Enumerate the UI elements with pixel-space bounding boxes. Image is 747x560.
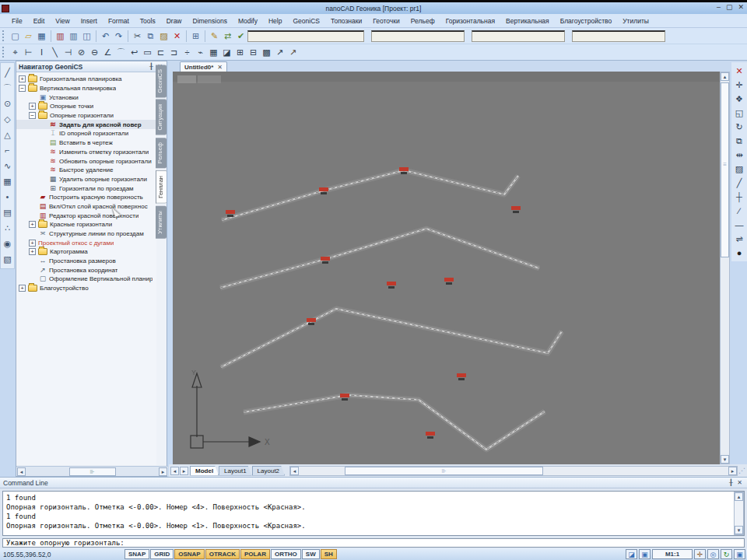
menu-item-11[interactable]: Топознаки <box>325 16 367 26</box>
tree-item-2[interactable]: ▣Установки <box>16 93 156 102</box>
tree-item-7[interactable]: ▤Вставить в чертеж <box>16 138 156 148</box>
menu-item-17[interactable]: Утилиты <box>617 16 654 26</box>
leader-button[interactable]: ↗ <box>273 46 286 59</box>
draw-spline-button[interactable]: ∿ <box>2 158 14 173</box>
tree-item-10[interactable]: ≋Быстрое удаление <box>16 166 156 175</box>
tree-item-17[interactable]: ≍Структурные линии по проездам <box>16 229 156 239</box>
tree-item-5[interactable]: ≋Задать для красной повер <box>16 120 156 129</box>
tree-item-3[interactable]: +Опорные точки <box>16 102 156 111</box>
menu-item-16[interactable]: Благоустройство <box>555 16 618 26</box>
menu-item-1[interactable]: Edit <box>28 16 51 26</box>
tree-item-4[interactable]: −Опорные горизонтали <box>16 111 156 121</box>
scroll-thumb[interactable] <box>721 82 729 257</box>
draw-points-button[interactable]: ∴ <box>2 220 14 236</box>
dim-arc-button[interactable]: ⌒ <box>114 46 128 59</box>
draw-polyline-button[interactable]: ⌐ <box>2 142 14 158</box>
new-file-button[interactable]: ▢ <box>9 30 22 43</box>
dim-radius-button[interactable]: ⊖ <box>88 46 101 59</box>
layout-tab-layout1[interactable]: Layout1 <box>219 466 251 476</box>
layout-prev-icon[interactable]: ◂ <box>170 467 179 475</box>
redo-button[interactable]: ↷ <box>112 30 125 43</box>
close-button[interactable]: ✕ <box>738 3 744 11</box>
tree-item-11[interactable]: ▦Удалить опорные горизонтали <box>16 175 156 184</box>
scroll-thumb[interactable]: ⊪ <box>69 467 116 476</box>
toggle-snap[interactable]: SNAP <box>124 549 149 559</box>
menu-item-4[interactable]: Format <box>103 16 135 26</box>
close-icon[interactable]: ✕ <box>735 479 744 486</box>
dim-box-button[interactable]: ▭ <box>141 46 154 59</box>
rotate-button[interactable]: ↻ <box>733 120 746 134</box>
document-tab[interactable]: Untitled0* ✕ <box>180 61 227 72</box>
model-space-button[interactable]: ◪ <box>626 549 637 559</box>
toggle-sw[interactable]: SW <box>302 549 320 559</box>
paper-space-button[interactable]: ▣ <box>639 549 651 559</box>
draw-region-button[interactable]: ▧ <box>2 251 14 267</box>
minimize-button[interactable]: – <box>717 3 721 11</box>
scroll-down-icon[interactable]: ▾ <box>735 526 743 534</box>
copy-button[interactable]: ⧉ <box>144 30 157 43</box>
paste-button[interactable]: ▨ <box>157 30 170 43</box>
properties-button[interactable]: ⊞ <box>189 30 202 43</box>
close-drawing-button[interactable]: ✕ <box>733 64 746 78</box>
menu-item-14[interactable]: Горизонтальная <box>440 16 500 26</box>
trim-button[interactable]: — <box>733 218 746 232</box>
navigator-hscrollbar[interactable]: ◂ ⊪ ▸ <box>16 466 168 476</box>
offset-button[interactable]: ∕ <box>733 204 746 218</box>
expander-icon[interactable]: + <box>19 285 26 292</box>
dim-chain-button[interactable]: ⊏ <box>154 46 167 59</box>
table-edit-button[interactable]: ◪ <box>220 46 233 59</box>
menu-item-12[interactable]: Геоточки <box>367 16 405 26</box>
menu-item-0[interactable]: File <box>6 16 28 26</box>
zoom-status-button[interactable]: ◎ <box>707 549 719 559</box>
scroll-thumb[interactable]: ⊪ <box>345 467 543 475</box>
menu-item-15[interactable]: Вертикальная <box>500 16 555 26</box>
grid-insert-button[interactable]: ⊞ <box>233 46 247 59</box>
expander-icon[interactable]: − <box>19 85 26 92</box>
color-combo[interactable] <box>371 30 465 42</box>
scroll-right-icon[interactable]: ▸ <box>728 467 737 475</box>
tree-item-14[interactable]: ▤Вкл/Откл слой красной поверхнос <box>16 202 156 212</box>
pan-button[interactable]: ❖ <box>733 92 746 106</box>
command-vscrollbar[interactable]: ▴ ▾ <box>734 492 744 535</box>
delete-button[interactable]: ✕ <box>170 30 184 43</box>
scroll-left-icon[interactable]: ◂ <box>290 467 299 475</box>
draw-rhombus-button[interactable]: ◇ <box>2 111 14 127</box>
toggle-osnap[interactable]: OSNAP <box>174 549 204 559</box>
plot-style-button[interactable]: ▥ <box>54 30 67 43</box>
dim-break-button[interactable]: ⌁ <box>194 46 207 59</box>
menu-item-2[interactable]: View <box>50 16 75 26</box>
audit-button[interactable]: ✔ <box>234 30 247 43</box>
nav-tab-рельеф[interactable]: Рельеф <box>156 138 167 168</box>
hatch-tool-button[interactable]: ▨ <box>733 162 746 176</box>
menu-item-6[interactable]: Draw <box>161 16 188 26</box>
dim-baseline-button[interactable]: ⊣ <box>61 46 75 59</box>
command-input[interactable]: Укажите опорную горизонталь: <box>2 538 745 548</box>
linetype-combo[interactable] <box>472 30 565 42</box>
layout-next-icon[interactable]: ▸ <box>180 467 188 475</box>
cut-button[interactable]: ✂ <box>131 30 144 43</box>
maximize-button[interactable]: ▢ <box>726 3 733 11</box>
menu-item-10[interactable]: GeoniCS <box>287 16 325 26</box>
refresh-status-button[interactable]: ↻ <box>721 549 732 559</box>
draw-arc-button[interactable]: ⌒ <box>2 80 14 96</box>
zoom-window-button[interactable]: ◱ <box>733 106 746 120</box>
toggle-otrack[interactable]: OTRACK <box>205 549 240 559</box>
menu-item-7[interactable]: Dimensions <box>188 16 233 26</box>
layout-tab-model[interactable]: Model <box>190 466 219 476</box>
command-history[interactable]: 1 foundОпорная горизонталь. Отметка <-0.… <box>2 491 745 536</box>
tree-item-23[interactable]: +Благоустройство <box>16 284 156 293</box>
move-button[interactable]: ✛ <box>733 78 746 92</box>
dim-select-button[interactable]: ⌖ <box>9 46 22 59</box>
tree-item-12[interactable]: ⊞Горизонтали по проездам <box>16 184 156 193</box>
menu-item-13[interactable]: Рельеф <box>405 16 440 26</box>
save-button[interactable]: ▦ <box>35 30 48 43</box>
draw-point-button[interactable]: • <box>2 189 14 205</box>
copy-object-button[interactable]: ⧉ <box>733 134 746 148</box>
menu-item-9[interactable]: Help <box>263 16 287 26</box>
draw-line-button[interactable]: ╱ <box>2 65 14 80</box>
draw-circle-button[interactable]: ⊙ <box>2 96 14 111</box>
tree-item-20[interactable]: ↔Простановка размеров <box>16 257 156 266</box>
expander-icon[interactable]: + <box>29 248 36 255</box>
scale-readout[interactable]: M1:1 <box>652 549 693 559</box>
nav-tab-генплан[interactable]: Генплан <box>156 170 167 204</box>
